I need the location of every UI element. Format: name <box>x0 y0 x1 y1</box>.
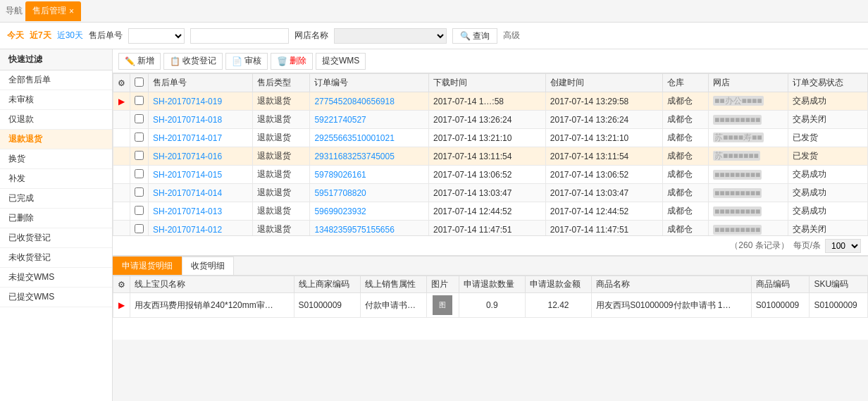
row-id[interactable]: SH-20170714-016 <box>149 147 253 166</box>
row-order[interactable]: 59699023932 <box>310 202 429 221</box>
row-type: 退款退货 <box>253 92 310 111</box>
row-status: 交易成功 <box>788 166 867 184</box>
row-arrow: ▶ <box>113 92 130 111</box>
table-row[interactable]: ▶ SH-20170714-019 退款退货 27754520840656918… <box>113 92 868 111</box>
sidebar-item-received[interactable]: 已收货登记 <box>0 228 112 248</box>
row-order[interactable]: 59789026161 <box>310 166 429 184</box>
sidebar-item-completed[interactable]: 已完成 <box>0 189 112 209</box>
col-gear[interactable]: ⚙ <box>113 74 130 92</box>
row-checkbox[interactable] <box>130 111 149 129</box>
bcol-refund-qty: 申请退款数量 <box>459 276 525 293</box>
row-type: 退款退货 <box>253 166 310 184</box>
col-id: 售后单号 <box>149 74 253 92</box>
row-checkbox[interactable] <box>130 147 149 166</box>
date-today-btn[interactable]: 今天 <box>7 30 24 42</box>
action-bar: ✏️ 新增 📋 收货登记 📄 审核 🗑️ 删除 提交WMS <box>113 49 868 73</box>
bcol-goods-code: 商品编码 <box>751 276 810 293</box>
row-id[interactable]: SH-20170714-012 <box>149 221 253 236</box>
per-page-label: 每页/条 <box>793 240 821 252</box>
table-row[interactable]: SH-20170714-015 退款退货 59789026161 2017-07… <box>113 166 868 184</box>
tab-label: 售后管理 <box>32 5 66 17</box>
table-row[interactable]: SH-20170714-017 退款退货 29255663510001021 2… <box>113 129 868 147</box>
col-status: 订单交易状态 <box>788 74 867 92</box>
sidebar-item-not-submitted[interactable]: 未提交WMS <box>0 268 112 288</box>
table-row[interactable]: SH-20170714-013 退款退货 59699023932 2017-07… <box>113 202 868 221</box>
tab-refund-detail[interactable]: 申请退货明细 <box>113 257 182 275</box>
bottom-table-area[interactable]: ⚙ 线上宝贝名称 线上商家编码 线上销售属性 图片 申请退款数量 申请退款金额 … <box>113 276 868 338</box>
date-7days-btn[interactable]: 近7天 <box>30 30 51 42</box>
bcol-gear[interactable]: ⚙ <box>113 276 130 293</box>
row-id[interactable]: SH-20170714-015 <box>149 166 253 184</box>
brow-arrow: ▶ <box>113 293 130 318</box>
date-30days-btn[interactable]: 近30天 <box>57 30 83 42</box>
row-checkbox[interactable] <box>130 129 149 147</box>
bcol-seller-code: 线上商家编码 <box>294 276 360 293</box>
row-checkbox[interactable] <box>130 202 149 221</box>
audit-button[interactable]: 📄 审核 <box>225 53 268 70</box>
row-id[interactable]: SH-20170714-019 <box>149 92 253 111</box>
brow-sale-attr: 付款申请书… <box>360 293 426 318</box>
table-row[interactable]: SH-20170714-012 退款退货 13482359575155656 2… <box>113 221 868 236</box>
row-order[interactable]: 27754520840656918 <box>310 92 429 111</box>
tab-close-icon[interactable]: × <box>69 6 74 16</box>
row-shop: ■■■■■■■■■ <box>709 166 788 184</box>
sidebar-item-reissue[interactable]: 补发 <box>0 169 112 189</box>
row-order[interactable]: 29311683253745005 <box>310 147 429 166</box>
row-type: 退款退货 <box>253 184 310 202</box>
sidebar-item-not-received[interactable]: 未收货登记 <box>0 248 112 268</box>
row-id[interactable]: SH-20170714-013 <box>149 202 253 221</box>
row-checkbox[interactable] <box>130 184 149 202</box>
row-download: 2017-07-14 13:06:52 <box>428 166 545 184</box>
row-checkbox[interactable] <box>130 92 149 111</box>
bottom-table-row[interactable]: ▶ 用友西玛费用报销单240*120mm审… S01000009 付款申请书… … <box>113 293 868 318</box>
sidebar-item-refund-return[interactable]: 退款退货 <box>0 130 112 149</box>
row-checkbox[interactable] <box>130 221 149 236</box>
row-checkbox[interactable] <box>130 166 149 184</box>
row-order[interactable]: 59517708820 <box>310 184 429 202</box>
table-row[interactable]: SH-20170714-016 退款退货 29311683253745005 2… <box>113 147 868 166</box>
search-button[interactable]: 🔍 查询 <box>452 28 497 44</box>
per-page-select[interactable]: 100 <box>825 239 861 253</box>
row-created: 2017-07-14 13:26:24 <box>545 111 662 129</box>
shop-select[interactable] <box>334 28 447 44</box>
active-tab[interactable]: 售后管理 × <box>25 1 81 21</box>
table-row[interactable]: SH-20170714-018 退款退货 59221740527 2017-07… <box>113 111 868 129</box>
pagination-total: （260 条记录） <box>730 240 788 252</box>
sidebar-item-submitted[interactable]: 已提交WMS <box>0 288 112 307</box>
row-created: 2017-07-14 11:47:51 <box>545 221 662 236</box>
brow-amount: 12.42 <box>525 293 591 318</box>
row-order[interactable]: 29255663510001021 <box>310 129 429 147</box>
row-order[interactable]: 13482359575155656 <box>310 221 429 236</box>
table-row[interactable]: SH-20170714-014 退款退货 59517708820 2017-07… <box>113 184 868 202</box>
row-download: 2017-07-14 12:44:52 <box>428 202 545 221</box>
table-area[interactable]: ⚙ 售后单号 售后类型 订单编号 下载时间 创建时间 仓库 网店 订单交易状态 … <box>113 73 868 235</box>
sidebar-item-exchange[interactable]: 换货 <box>0 149 112 169</box>
new-button[interactable]: ✏️ 新增 <box>118 53 161 70</box>
bcol-sku-code: SKU编码 <box>810 276 868 293</box>
row-id[interactable]: SH-20170714-018 <box>149 111 253 129</box>
field-select[interactable] <box>128 28 185 44</box>
table-header-row: ⚙ 售后单号 售后类型 订单编号 下载时间 创建时间 仓库 网店 订单交易状态 <box>113 74 868 92</box>
bcol-name: 线上宝贝名称 <box>130 276 294 293</box>
sidebar-item-all[interactable]: 全部售后单 <box>0 70 112 90</box>
delete-button[interactable]: 🗑️ 删除 <box>271 53 313 70</box>
row-order[interactable]: 59221740527 <box>310 111 429 129</box>
row-created: 2017-07-14 13:29:58 <box>545 92 662 111</box>
row-created: 2017-07-14 13:21:10 <box>545 129 662 147</box>
select-all-checkbox[interactable] <box>135 78 144 87</box>
row-shop: ■■■■■■■■■ <box>709 221 788 236</box>
search-input[interactable] <box>190 28 289 44</box>
row-download: 2017-07-14 13:26:24 <box>428 111 545 129</box>
sidebar-item-unaudited[interactable]: 未审核 <box>0 90 112 110</box>
tab-receive-detail[interactable]: 收货明细 <box>182 257 234 275</box>
submit-wms-button[interactable]: 提交WMS <box>316 53 366 70</box>
sidebar-item-refund-only[interactable]: 仅退款 <box>0 110 112 130</box>
row-id[interactable]: SH-20170714-014 <box>149 184 253 202</box>
brow-goods-code: S01000009 <box>751 293 810 318</box>
row-id[interactable]: SH-20170714-017 <box>149 129 253 147</box>
sidebar-item-deleted[interactable]: 已删除 <box>0 209 112 228</box>
col-checkbox[interactable] <box>130 74 149 92</box>
advanced-button[interactable]: 高级 <box>503 30 520 42</box>
row-created: 2017-07-14 13:06:52 <box>545 166 662 184</box>
receive-button[interactable]: 📋 收货登记 <box>163 53 223 70</box>
